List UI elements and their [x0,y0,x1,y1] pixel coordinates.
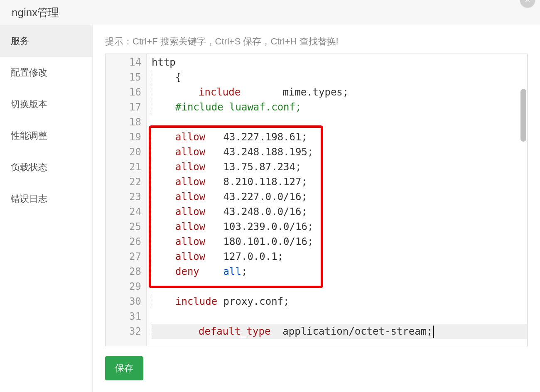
editor-hint: 提示：Ctrl+F 搜索关键字，Ctrl+S 保存，Ctrl+H 查找替换! [105,35,528,48]
text-caret [433,326,434,338]
code-line-15[interactable]: { [152,70,527,85]
main-panel: 提示：Ctrl+F 搜索关键字，Ctrl+S 保存，Ctrl+H 查找替换! 1… [93,25,540,392]
sidebar-item-1[interactable]: 配置修改 [0,57,92,88]
code-line-26[interactable]: allow 180.101.0.0/16; [152,234,527,249]
code-line-28[interactable]: deny all; [152,264,527,279]
code-line-20[interactable]: allow 43.248.188.195; [152,145,527,159]
code-line-22[interactable]: allow 8.210.118.127; [152,174,527,189]
editor-scrollbar[interactable] [520,54,527,346]
code-line-16[interactable]: include mime.types; [152,85,527,100]
editor-code[interactable]: http{include mime.types;#include luawaf.… [147,54,527,346]
sidebar-item-3[interactable]: 性能调整 [0,120,92,152]
code-line-31[interactable] [152,309,527,324]
sidebar-item-5[interactable]: 错误日志 [0,183,92,215]
code-line-24[interactable]: allow 43.248.0.0/16; [152,204,527,219]
sidebar: 服务配置修改切换版本性能调整负载状态错误日志 [0,25,93,392]
code-line-18[interactable] [152,115,527,130]
code-line-25[interactable]: allow 103.239.0.0/16; [152,219,527,234]
code-line-27[interactable]: allow 127.0.0.1; [152,249,527,264]
code-line-17[interactable]: #include luawaf.conf; [152,100,527,115]
code-line-30[interactable]: include proxy.conf; [152,294,527,309]
save-button[interactable]: 保存 [105,356,143,380]
titlebar: nginx管理 [0,0,540,25]
code-line-32[interactable]: default_type application/octet-stream; [152,324,527,339]
editor[interactable]: 14151617181920212223242526272829303132 h… [105,54,528,346]
code-line-19[interactable]: allow 43.227.198.61; [152,130,527,145]
editor-gutter: 14151617181920212223242526272829303132 [106,54,147,346]
code-line-14[interactable]: http [152,55,527,70]
code-line-29[interactable] [152,279,527,294]
code-line-21[interactable]: allow 13.75.87.234; [152,159,527,174]
scrollbar-thumb[interactable] [520,89,526,142]
sidebar-item-2[interactable]: 切换版本 [0,88,92,120]
sidebar-item-4[interactable]: 负载状态 [0,152,92,183]
code-line-23[interactable]: allow 43.227.0.0/16; [152,189,527,204]
sidebar-item-0[interactable]: 服务 [0,25,92,57]
window-title: nginx管理 [12,0,59,25]
